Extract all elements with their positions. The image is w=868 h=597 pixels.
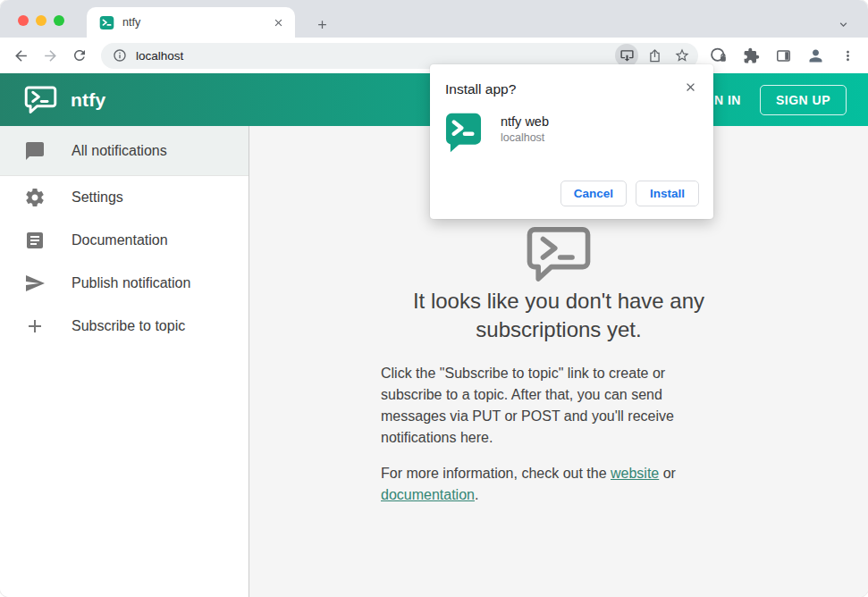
appbar-title: ntfy	[71, 89, 105, 111]
sidebar-item-label: Settings	[72, 189, 123, 206]
ntfy-logo-icon	[24, 86, 57, 114]
links-paragraph-prefix: For more information, check out the	[381, 466, 611, 481]
chevron-down-icon[interactable]	[832, 13, 854, 35]
tab-close-icon[interactable]	[270, 14, 286, 30]
reload-icon[interactable]	[66, 42, 93, 69]
plus-icon	[24, 315, 46, 337]
tab-strip: ntfy	[0, 0, 868, 38]
sidebar-item-label: Publish notification	[72, 275, 190, 291]
links-paragraph-suffix: .	[475, 487, 478, 502]
zoom-icon[interactable]	[54, 15, 64, 26]
close-icon[interactable]	[18, 15, 29, 26]
dialog-app-row: ntfy web localhost	[445, 113, 699, 153]
url-text[interactable]: localhost	[136, 49, 611, 63]
gear-icon	[24, 187, 46, 208]
side-panel-icon[interactable]	[771, 44, 795, 67]
ntfy-empty-state-logo-icon	[525, 226, 593, 283]
minimize-icon[interactable]	[36, 15, 46, 26]
sign-up-button[interactable]: SIGN UP	[760, 85, 847, 115]
sidebar-item-label: Subscribe to topic	[72, 318, 185, 334]
dialog-title: Install app?	[445, 78, 516, 97]
empty-state-paragraph: Click the "Subscribe to topic" link to c…	[381, 363, 713, 449]
website-link[interactable]: website	[611, 466, 659, 481]
sidebar-item-settings[interactable]: Settings	[0, 176, 249, 219]
sidebar-item-label: Documentation	[72, 232, 168, 248]
forward-icon	[37, 42, 63, 69]
cancel-button[interactable]: Cancel	[560, 181, 627, 206]
empty-state-heading: It looks like you don't have any subscri…	[381, 287, 737, 344]
empty-state-links-paragraph: For more information, check out the webs…	[381, 463, 713, 506]
browser-tab[interactable]: ntfy	[87, 7, 295, 38]
info-icon[interactable]	[112, 47, 128, 63]
sidebar: All notifications Settings Documentation	[0, 126, 249, 597]
chat-bubble-icon	[24, 140, 46, 162]
sidebar-item-documentation[interactable]: Documentation	[0, 219, 249, 262]
documentation-link[interactable]: documentation	[381, 487, 475, 502]
toolbar-extensions-area	[707, 44, 859, 67]
extensions-puzzle-icon[interactable]	[739, 44, 763, 67]
ntfy-app-icon	[445, 113, 482, 153]
ntfy-favicon	[99, 15, 114, 30]
send-icon	[24, 273, 46, 294]
dialog-app-name: ntfy web	[501, 114, 549, 129]
dialog-app-meta: ntfy web localhost	[501, 113, 549, 153]
menu-dots-icon[interactable]	[836, 44, 859, 67]
links-paragraph-middle: or	[659, 466, 676, 481]
dialog-close-icon[interactable]	[681, 78, 699, 96]
profile-avatar-icon[interactable]	[804, 44, 827, 67]
install-button[interactable]: Install	[636, 181, 699, 206]
new-tab-icon[interactable]	[309, 12, 334, 37]
back-icon[interactable]	[7, 42, 34, 69]
sidebar-item-subscribe-to-topic[interactable]: Subscribe to topic	[0, 305, 249, 348]
sidebar-item-label: All notifications	[72, 143, 167, 159]
traffic-lights	[18, 15, 64, 26]
sidebar-item-publish-notification[interactable]: Publish notification	[0, 262, 249, 305]
browser-window: ntfy localhost	[0, 0, 868, 597]
empty-state-column: It looks like you don't have any subscri…	[381, 283, 737, 506]
password-manager-icon[interactable]	[707, 44, 730, 67]
tab-title: ntfy	[122, 16, 270, 29]
sidebar-item-all-notifications[interactable]: All notifications	[0, 126, 249, 175]
install-app-dialog: Install app? ntfy web localhost Cancel	[430, 64, 713, 219]
dialog-header: Install app?	[445, 78, 699, 97]
dialog-actions: Cancel Install	[445, 181, 699, 206]
article-icon	[24, 230, 46, 251]
dialog-app-origin: localhost	[501, 131, 549, 144]
